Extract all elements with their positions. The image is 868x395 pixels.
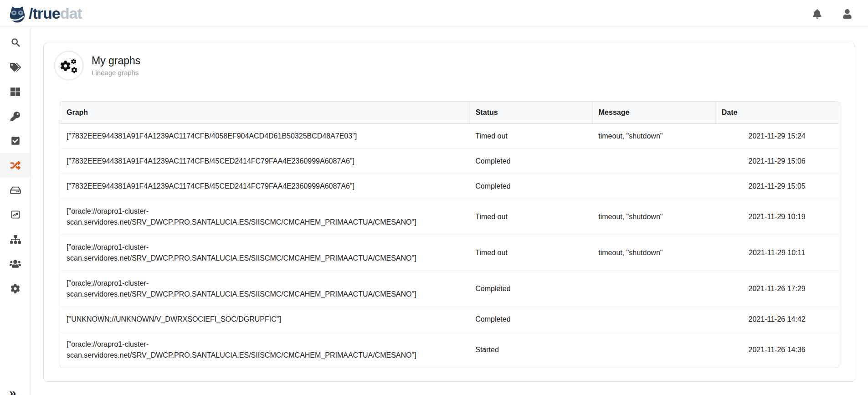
search-icon xyxy=(10,37,21,47)
date-cell: 2021-11-26 14:42 xyxy=(715,307,839,332)
status-cell: Started xyxy=(469,332,592,368)
sidebar-item-dashboards[interactable] xyxy=(0,202,31,227)
owl-logo-icon xyxy=(8,5,27,24)
graphs-table: Graph Status Message Date ["7832EEE94438… xyxy=(60,102,839,368)
sidebar-item-permissions[interactable] xyxy=(0,104,31,128)
graph-cell: ["oracle://orapro1-cluster-scan.servidor… xyxy=(60,235,469,271)
users-icon xyxy=(10,259,21,268)
notifications-bell-icon[interactable] xyxy=(813,9,822,19)
chart-line-icon xyxy=(10,210,21,220)
date-cell: 2021-11-26 17:29 xyxy=(715,271,839,307)
sidebar: » xyxy=(0,28,31,395)
table-row[interactable]: ["7832EEE944381A91F4A1239AC1174CFB/4058E… xyxy=(60,124,839,149)
sidebar-item-tags[interactable] xyxy=(0,55,31,79)
topbar-actions xyxy=(813,9,859,19)
message-cell xyxy=(592,174,715,199)
graph-cell: ["7832EEE944381A91F4A1239AC1174CFB/45CED… xyxy=(60,174,469,199)
table-row[interactable]: ["7832EEE944381A91F4A1239AC1174CFB/45CED… xyxy=(60,174,839,199)
sidebar-collapse-button[interactable]: » xyxy=(9,387,16,395)
graph-cell: ["7832EEE944381A91F4A1239AC1174CFB/4058E… xyxy=(60,124,469,149)
date-cell: 2021-11-29 15:06 xyxy=(715,149,839,174)
sidebar-item-lineage[interactable] xyxy=(0,153,31,178)
graph-cell: ["oracle://orapro1-cluster-scan.servidor… xyxy=(60,332,469,368)
graphs-table-container: Graph Status Message Date ["7832EEE94438… xyxy=(60,101,839,368)
date-cell: 2021-11-29 15:24 xyxy=(715,124,839,149)
my-graphs-card: My graphs Lineage graphs Graph Status Me… xyxy=(43,43,855,382)
page-subtitle: Lineage graphs xyxy=(92,69,140,77)
message-cell xyxy=(592,271,715,307)
table-header-row: Graph Status Message Date xyxy=(60,102,839,124)
status-cell: Completed xyxy=(469,307,592,332)
date-cell: 2021-11-26 14:36 xyxy=(715,332,839,368)
graph-cell: ["UNKNOWN://UNKNOWN/V_DWRXSOCIEFI_SOC/DG… xyxy=(60,307,469,332)
status-cell: Timed out xyxy=(469,235,592,271)
table-header-graph: Graph xyxy=(60,102,469,124)
gear-icon xyxy=(10,284,20,293)
graph-cell: ["oracle://orapro1-cluster-scan.servidor… xyxy=(60,271,469,307)
graph-cell: ["oracle://orapro1-cluster-scan.servidor… xyxy=(60,199,469,235)
page-header: My graphs Lineage graphs xyxy=(44,43,855,81)
grid-icon xyxy=(10,87,20,97)
table-header-date: Date xyxy=(715,102,839,124)
date-cell: 2021-11-29 10:19 xyxy=(715,199,839,235)
tags-icon xyxy=(10,63,21,72)
table-row[interactable]: ["oracle://orapro1-cluster-scan.servidor… xyxy=(60,332,839,368)
table-header-message: Message xyxy=(592,102,715,124)
table-row[interactable]: ["oracle://orapro1-cluster-scan.servidor… xyxy=(60,235,839,271)
page-title: My graphs xyxy=(92,55,140,67)
sidebar-item-search[interactable] xyxy=(0,30,31,55)
message-cell xyxy=(592,149,715,174)
table-row[interactable]: ["7832EEE944381A91F4A1239AC1174CFB/45CED… xyxy=(60,149,839,174)
table-header-status: Status xyxy=(469,102,592,124)
page-header-text: My graphs Lineage graphs xyxy=(92,55,140,77)
message-cell xyxy=(592,307,715,332)
gears-icon xyxy=(60,56,78,75)
user-profile-icon[interactable] xyxy=(843,9,852,19)
sidebar-item-modules[interactable] xyxy=(0,79,31,104)
shuffle-icon xyxy=(10,160,21,170)
sitemap-icon xyxy=(10,235,21,244)
date-cell: 2021-11-29 10:11 xyxy=(715,235,839,271)
sidebar-item-quality[interactable] xyxy=(0,128,31,153)
table-row[interactable]: ["oracle://orapro1-cluster-scan.servidor… xyxy=(60,199,839,235)
message-cell: timeout, "shutdown" xyxy=(592,124,715,149)
message-cell: timeout, "shutdown" xyxy=(592,235,715,271)
app-logo[interactable]: /truedat xyxy=(8,5,82,24)
double-chevron-right-icon: » xyxy=(9,386,16,395)
status-cell: Completed xyxy=(469,271,592,307)
graph-cell: ["7832EEE944381A91F4A1239AC1174CFB/45CED… xyxy=(60,149,469,174)
sidebar-item-systems[interactable] xyxy=(0,178,31,202)
sidebar-item-structures[interactable] xyxy=(0,227,31,251)
table-row[interactable]: ["UNKNOWN://UNKNOWN/V_DWRXSOCIEFI_SOC/DG… xyxy=(60,307,839,332)
status-cell: Completed xyxy=(469,174,592,199)
status-cell: Timed out xyxy=(469,199,592,235)
check-square-icon xyxy=(11,136,20,145)
gears-circle-icon xyxy=(54,51,84,81)
date-cell: 2021-11-29 15:05 xyxy=(715,174,839,199)
topbar: /truedat xyxy=(0,0,868,28)
message-cell xyxy=(592,332,715,368)
user-icon xyxy=(843,9,852,19)
main-content: My graphs Lineage graphs Graph Status Me… xyxy=(31,28,868,395)
hard-drive-icon xyxy=(10,185,21,195)
bell-icon xyxy=(813,9,822,19)
sidebar-item-users[interactable] xyxy=(0,251,31,276)
table-row[interactable]: ["oracle://orapro1-cluster-scan.servidor… xyxy=(60,271,839,307)
key-icon xyxy=(10,112,20,121)
status-cell: Timed out xyxy=(469,124,592,149)
sidebar-item-settings[interactable] xyxy=(0,276,31,301)
message-cell: timeout, "shutdown" xyxy=(592,199,715,235)
brand-wordmark: /truedat xyxy=(29,5,82,21)
status-cell: Completed xyxy=(469,149,592,174)
